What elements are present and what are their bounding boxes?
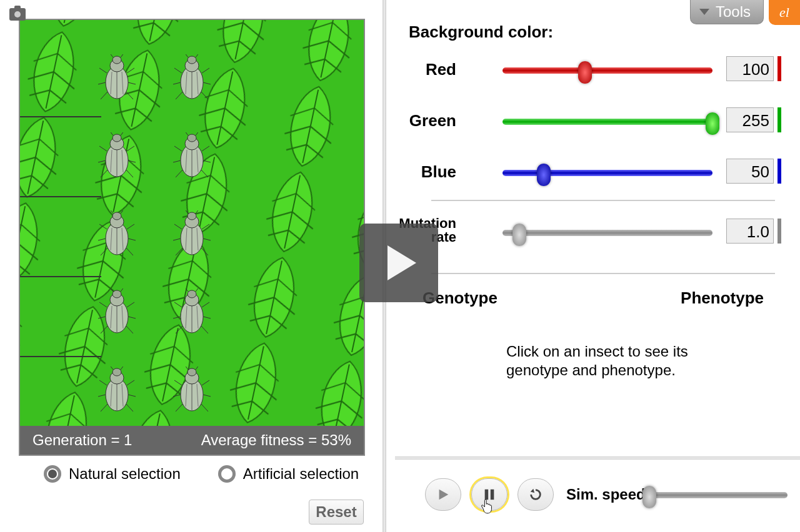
- chevron-down-icon: [699, 9, 709, 15]
- svg-line-44: [127, 146, 134, 151]
- left-pane: Generation = 1 Average fitness = 53% Nat…: [0, 0, 382, 532]
- svg-line-76: [126, 248, 133, 255]
- pause-icon: [482, 488, 496, 501]
- video-play-overlay[interactable]: [359, 224, 438, 302]
- rewind-icon: [529, 488, 542, 501]
- svg-line-72: [127, 224, 134, 229]
- rewind-button[interactable]: [518, 478, 554, 511]
- beetle[interactable]: [173, 210, 211, 257]
- beetle[interactable]: [98, 132, 136, 179]
- genotype-hint: Click on an insect to see its genotype a…: [506, 342, 750, 380]
- svg-line-55: [184, 132, 188, 135]
- beetle[interactable]: [98, 210, 136, 257]
- svg-line-69: [109, 210, 113, 214]
- green-end-indicator: [778, 107, 781, 132]
- svg-line-85: [174, 224, 182, 229]
- svg-line-58: [202, 146, 209, 151]
- green-slider-row: Green 255: [409, 107, 781, 136]
- camera-icon[interactable]: [9, 8, 26, 21]
- beetle[interactable]: [173, 288, 211, 335]
- svg-line-102: [128, 317, 136, 318]
- svg-point-138: [188, 368, 196, 376]
- beetle[interactable]: [173, 54, 211, 101]
- svg-line-129: [98, 395, 106, 397]
- sim-speed-slider[interactable]: [645, 492, 788, 498]
- svg-rect-149: [485, 490, 489, 500]
- beetle[interactable]: [173, 132, 211, 179]
- genotype-phenotype-header: Genotype Phenotype: [422, 288, 764, 308]
- radio-on-icon: [44, 465, 61, 483]
- simulation-status-bar: Generation = 1 Average fitness = 53%: [20, 426, 364, 455]
- svg-line-13: [109, 54, 113, 57]
- svg-line-141: [174, 380, 182, 385]
- svg-line-113: [174, 302, 182, 307]
- beetle[interactable]: [98, 367, 136, 413]
- artificial-selection-radio[interactable]: Artificial selection: [218, 465, 359, 483]
- green-slider-thumb[interactable]: [706, 112, 719, 135]
- svg-line-45: [98, 160, 106, 162]
- svg-line-15: [99, 68, 107, 73]
- svg-line-20: [126, 92, 133, 99]
- svg-line-74: [128, 239, 136, 240]
- mutation-value[interactable]: 1.0: [726, 219, 774, 244]
- svg-line-88: [203, 239, 211, 240]
- svg-line-29: [174, 68, 182, 73]
- svg-line-31: [173, 82, 181, 84]
- svg-line-28: [196, 54, 199, 57]
- svg-line-30: [202, 68, 209, 73]
- beetle[interactable]: [98, 54, 136, 101]
- svg-line-42: [121, 132, 124, 135]
- svg-point-68: [112, 212, 121, 220]
- svg-line-132: [126, 404, 133, 411]
- svg-line-125: [109, 367, 113, 370]
- blue-slider[interactable]: [502, 170, 712, 176]
- tools-dropdown[interactable]: Tools: [690, 0, 764, 24]
- svg-line-56: [196, 132, 199, 135]
- svg-line-70: [121, 210, 124, 214]
- play-icon: [436, 488, 450, 501]
- svg-line-97: [109, 288, 113, 292]
- svg-line-32: [203, 82, 211, 84]
- selection-row: Natural selection Artificial selection: [44, 465, 359, 483]
- red-slider-thumb[interactable]: [578, 61, 592, 84]
- svg-line-75: [101, 248, 108, 255]
- play-button[interactable]: [425, 478, 461, 511]
- svg-line-98: [121, 288, 124, 292]
- svg-point-12: [112, 56, 121, 64]
- beetle[interactable]: [173, 367, 211, 413]
- svg-line-47: [101, 170, 108, 177]
- green-slider[interactable]: [502, 119, 712, 125]
- beetle[interactable]: [98, 288, 136, 335]
- mutation-slider-row: Mutation rate 1.0: [409, 219, 781, 247]
- background-color-title: Background color:: [409, 22, 553, 42]
- svg-point-96: [112, 290, 121, 298]
- svg-line-139: [184, 367, 188, 370]
- green-value[interactable]: 255: [726, 107, 774, 132]
- reset-button[interactable]: Reset: [309, 500, 364, 525]
- svg-line-34: [201, 92, 208, 99]
- svg-line-83: [184, 210, 188, 214]
- svg-line-117: [176, 326, 182, 333]
- mutation-slider[interactable]: [502, 230, 712, 236]
- svg-line-101: [98, 317, 106, 318]
- svg-line-16: [127, 68, 134, 73]
- red-value[interactable]: 100: [726, 56, 774, 81]
- blue-value[interactable]: 50: [726, 159, 774, 184]
- simulation-frame: Generation = 1 Average fitness = 53%: [19, 19, 365, 456]
- svg-line-27: [184, 54, 188, 57]
- artificial-selection-label: Artificial selection: [243, 465, 359, 483]
- svg-line-145: [176, 404, 182, 411]
- svg-line-140: [196, 367, 199, 370]
- playback-bar: Sim. speed:: [395, 460, 800, 532]
- svg-line-104: [126, 326, 133, 333]
- mutation-slider-thumb[interactable]: [512, 224, 526, 246]
- red-slider[interactable]: [502, 67, 712, 74]
- sim-speed-thumb[interactable]: [642, 486, 656, 508]
- svg-line-43: [99, 146, 107, 151]
- phenotype-heading: Phenotype: [681, 288, 764, 308]
- svg-line-60: [203, 160, 211, 162]
- blue-slider-thumb[interactable]: [537, 164, 551, 186]
- pause-button[interactable]: [471, 478, 508, 511]
- natural-selection-radio[interactable]: Natural selection: [44, 465, 181, 483]
- svg-line-143: [173, 395, 181, 397]
